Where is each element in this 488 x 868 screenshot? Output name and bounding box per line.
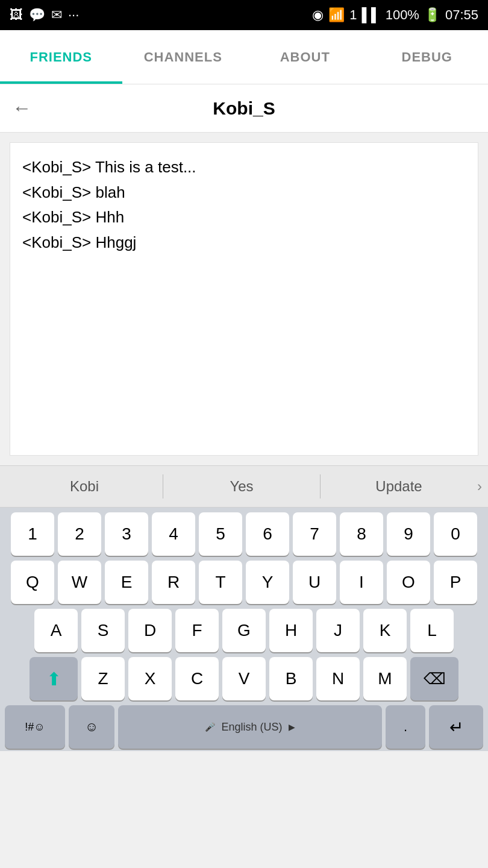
key-r[interactable]: R [152, 561, 195, 604]
key-s[interactable]: S [81, 609, 125, 652]
autocomplete-word-1[interactable]: Kobi [6, 478, 163, 495]
autocomplete-arrow-icon[interactable]: › [477, 478, 482, 495]
key-3[interactable]: 3 [105, 512, 148, 556]
keyboard-row-numbers: 1 2 3 4 5 6 7 8 9 0 [2, 512, 486, 556]
key-m[interactable]: M [363, 657, 407, 700]
message-line-3: <Kobi_S> Hhh [22, 205, 466, 230]
key-h[interactable]: H [269, 609, 313, 652]
status-bar: 🖼 💬 ✉ ··· ◉ 📶 1 ▌▌ 100% 🔋 07:55 [0, 0, 488, 30]
key-9[interactable]: 9 [387, 512, 430, 556]
gmail-icon: ✉ [51, 7, 62, 23]
key-2[interactable]: 2 [58, 512, 101, 556]
autocomplete-bar: Kobi Yes Update › [0, 465, 488, 508]
location-icon: ◉ [312, 7, 324, 23]
gallery-icon: 🖼 [10, 7, 23, 23]
key-7[interactable]: 7 [293, 512, 336, 556]
whatsapp-icon: 💬 [29, 7, 45, 23]
enter-icon: ↵ [449, 717, 463, 737]
key-e[interactable]: E [105, 561, 148, 604]
key-f[interactable]: F [175, 609, 219, 652]
key-y[interactable]: Y [246, 561, 289, 604]
tab-channels[interactable]: CHANNELS [122, 30, 245, 84]
keyboard-row-bottom: !#☺ ☺ 🎤 English (US) ▶ . ↵ [2, 705, 486, 749]
key-g[interactable]: G [222, 609, 266, 652]
key-4[interactable]: 4 [152, 512, 195, 556]
mic-icon: 🎤 [205, 722, 215, 732]
key-j[interactable]: J [316, 609, 360, 652]
symbol-key[interactable]: !#☺ [5, 705, 65, 749]
key-n[interactable]: N [316, 657, 360, 700]
tab-about[interactable]: ABOUT [244, 30, 366, 84]
message-line-4: <Kobi_S> Hhggj [22, 230, 466, 256]
key-z[interactable]: Z [81, 657, 125, 700]
shift-icon: ⬆ [46, 668, 61, 690]
key-u[interactable]: U [293, 561, 336, 604]
key-a[interactable]: A [34, 609, 78, 652]
message-line-2: <Kobi_S> blah [22, 180, 466, 206]
keyboard-row-zxcv: ⬆ Z X C V B N M ⌫ [2, 657, 486, 700]
key-l[interactable]: L [410, 609, 454, 652]
signal-icon: ▌▌ [361, 7, 380, 23]
key-o[interactable]: O [387, 561, 430, 604]
battery-icon: 🔋 [424, 7, 440, 23]
back-button[interactable]: ← [12, 97, 31, 119]
key-b[interactable]: B [269, 657, 313, 700]
shift-button[interactable]: ⬆ [30, 657, 78, 700]
period-key[interactable]: . [386, 705, 425, 749]
enter-key[interactable]: ↵ [429, 705, 483, 749]
chat-area: <Kobi_S> This is a test... <Kobi_S> blah… [10, 142, 478, 456]
tab-debug[interactable]: DEBUG [366, 30, 489, 84]
emoji-key[interactable]: ☺ [69, 705, 114, 749]
key-i[interactable]: I [340, 561, 383, 604]
status-right: ◉ 📶 1 ▌▌ 100% 🔋 07:55 [312, 7, 478, 23]
time-label: 07:55 [445, 7, 478, 23]
key-t[interactable]: T [199, 561, 242, 604]
key-5[interactable]: 5 [199, 512, 242, 556]
key-d[interactable]: D [128, 609, 172, 652]
tab-bar: FRIENDS CHANNELS ABOUT DEBUG [0, 30, 488, 84]
keyboard: 1 2 3 4 5 6 7 8 9 0 Q W E R T Y U I O P … [0, 508, 488, 751]
key-k[interactable]: K [363, 609, 407, 652]
key-x[interactable]: X [128, 657, 172, 700]
tab-friends[interactable]: FRIENDS [0, 30, 122, 84]
backspace-button[interactable]: ⌫ [410, 657, 458, 700]
space-key[interactable]: 🎤 English (US) ▶ [118, 705, 382, 749]
battery-label: 100% [386, 7, 419, 23]
key-p[interactable]: P [434, 561, 477, 604]
autocomplete-word-2[interactable]: Yes [163, 478, 320, 495]
keyboard-row-asdf: A S D F G H J K L [2, 609, 486, 652]
status-icons: 🖼 💬 ✉ ··· [10, 7, 79, 23]
key-6[interactable]: 6 [246, 512, 289, 556]
sim-icon: 1 [349, 7, 357, 23]
key-w[interactable]: W [58, 561, 101, 604]
page-title: Kobi_S [43, 98, 445, 119]
more-icon: ··· [68, 7, 79, 23]
key-8[interactable]: 8 [340, 512, 383, 556]
keyboard-row-qwerty: Q W E R T Y U I O P [2, 561, 486, 604]
chevron-right-icon: ▶ [289, 722, 295, 732]
wifi-icon: 📶 [328, 7, 345, 23]
key-c[interactable]: C [175, 657, 219, 700]
key-1[interactable]: 1 [11, 512, 54, 556]
autocomplete-word-3[interactable]: Update [321, 478, 477, 495]
backspace-icon: ⌫ [424, 670, 446, 688]
header: ← Kobi_S [0, 84, 488, 133]
key-v[interactable]: V [222, 657, 266, 700]
message-line-1: <Kobi_S> This is a test... [22, 155, 466, 180]
key-q[interactable]: Q [11, 561, 54, 604]
key-0[interactable]: 0 [434, 512, 477, 556]
